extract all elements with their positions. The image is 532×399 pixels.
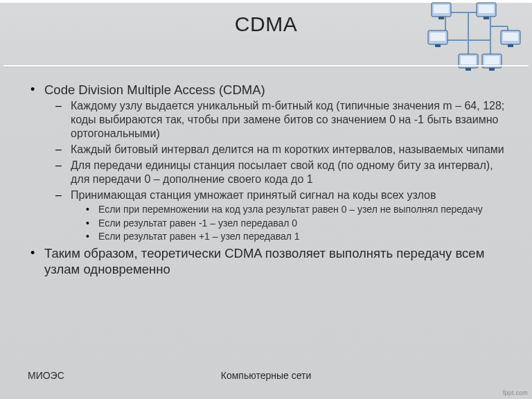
- footer-center: Компьютерные сети: [0, 370, 532, 381]
- svg-rect-25: [484, 56, 499, 64]
- bullet-lvl1: Code Division Multiple Access (CDMA) Каж…: [26, 82, 506, 243]
- bullet-text: Для передачи единицы станция посылает св…: [71, 159, 493, 185]
- svg-rect-22: [461, 56, 476, 64]
- slide: CDMA Code Division Multiple Access (CDMA…: [0, 0, 532, 399]
- title-box: CDMA: [21, 12, 511, 57]
- bullet-lvl2: Каждый битовый интервал делится на m кор…: [51, 143, 506, 157]
- bullet-lvl3: Если при перемножении на код узла резуль…: [82, 204, 506, 216]
- bullet-text: Если результат равен +1 – узел передавал…: [98, 231, 300, 242]
- bullet-lvl2: Каждому узлу выдается уникальный m-битны…: [51, 99, 506, 141]
- bullet-text: Каждый битовый интервал делится на m кор…: [71, 143, 504, 155]
- bullet-text: Таким образом, теоретически CDMA позволя…: [44, 246, 484, 276]
- svg-rect-23: [466, 68, 471, 71]
- bullet-text: Code Division Multiple Access (CDMA): [44, 82, 265, 97]
- bullet-text: Если при перемножении на код узла резуль…: [98, 204, 483, 215]
- content-area: Code Division Multiple Access (CDMA) Каж…: [26, 82, 506, 279]
- bullet-lvl3: Если результат равен +1 – узел передавал…: [82, 231, 506, 243]
- bullet-lvl1: Таким образом, теоретически CDMA позволя…: [26, 245, 506, 277]
- svg-rect-26: [489, 68, 495, 71]
- bullet-lvl3: Если результат равен -1 – узел передавал…: [82, 218, 506, 230]
- bullet-lvl2: Для передачи единицы станция посылает св…: [51, 159, 506, 186]
- bullet-text: Если результат равен -1 – узел передавал…: [98, 218, 297, 229]
- brand-watermark: fppt.com: [503, 389, 528, 396]
- bullet-text: Каждому узлу выдается уникальный m-битны…: [71, 100, 504, 139]
- title-divider: [3, 65, 529, 66]
- bullet-text: Принимающая станция умножает принятый си…: [71, 189, 436, 201]
- slide-title: CDMA: [21, 12, 511, 36]
- bullet-lvl2: Принимающая станция умножает принятый си…: [51, 188, 506, 243]
